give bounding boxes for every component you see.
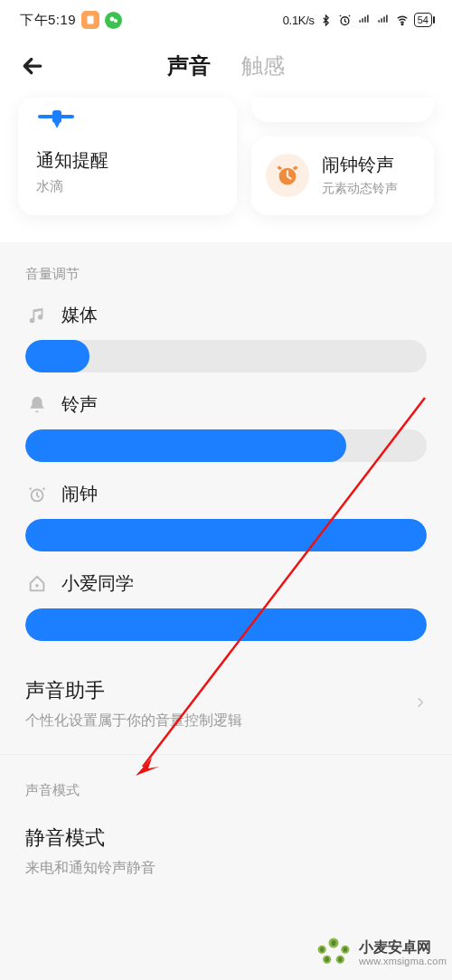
svg-point-14: [320, 947, 324, 953]
slider-label: 媒体: [61, 303, 98, 327]
slider-fill: [25, 608, 427, 641]
slider-media: 媒体: [0, 299, 452, 389]
signal-icon-2: [376, 13, 391, 27]
status-left: 下午5:19: [20, 11, 122, 29]
status-bar: 下午5:19 0.1K/s 54: [0, 0, 452, 34]
card-peek[interactable]: [251, 98, 434, 122]
card-notification-sound[interactable]: 通知提醒 水滴: [18, 98, 237, 215]
battery-indicator: 54: [414, 13, 432, 27]
slider-track[interactable]: [25, 429, 427, 462]
list-subtitle: 个性化设置属于你的音量控制逻辑: [25, 711, 414, 730]
bluetooth-icon: [319, 13, 334, 27]
alarm-icon: [338, 13, 353, 27]
slider-track[interactable]: [25, 340, 427, 372]
watermark: 小麦安卓网 www.xmsigma.com: [314, 933, 447, 973]
svg-point-15: [331, 940, 335, 946]
slider-track[interactable]: [25, 608, 427, 641]
slider-fill: [25, 519, 427, 551]
divider: [0, 754, 452, 755]
alarm-clock-icon: [266, 154, 309, 197]
slider-fill: [25, 340, 89, 372]
list-title: 声音助手: [25, 677, 414, 704]
alarm-icon: [25, 483, 49, 506]
list-title: 静音模式: [25, 825, 427, 852]
watermark-text-en: www.xmsigma.com: [359, 956, 447, 966]
xiaoai-icon: [25, 572, 49, 596]
status-right: 0.1K/s 54: [283, 13, 432, 27]
list-subtitle: 来电和通知铃声静音: [25, 859, 427, 878]
ringtone-cards: 通知提醒 水滴 闹钟铃声 元素动态铃声: [0, 98, 452, 242]
slider-label: 小爱同学: [61, 571, 134, 596]
signal-icon-1: [357, 13, 372, 27]
list-item-sound-assistant[interactable]: 声音助手 个性化设置属于你的音量控制逻辑: [0, 657, 452, 750]
card-title: 通知提醒: [36, 148, 219, 173]
slider-alarm: 闹钟: [0, 478, 452, 568]
tab-sound[interactable]: 声音: [165, 48, 212, 84]
slider-xiaoai: 小爱同学: [0, 568, 452, 657]
card-alarm-sound[interactable]: 闹钟铃声 元素动态铃声: [251, 137, 434, 215]
section-heading-volume: 音量调节: [0, 242, 452, 299]
wifi-icon: [395, 13, 410, 27]
app-icon-wechat: [105, 12, 122, 29]
status-time: 下午5:19: [20, 12, 76, 29]
card-subtitle: 元素动态铃声: [322, 181, 398, 197]
svg-point-4: [401, 24, 403, 25]
music-note-icon: [25, 304, 49, 327]
slider-label: 铃声: [61, 392, 98, 417]
slider-label: 闹钟: [61, 482, 98, 506]
back-button[interactable]: [7, 41, 58, 91]
slider-fill: [25, 429, 346, 462]
watermark-logo-icon: [314, 933, 353, 973]
network-speed: 0.1K/s: [283, 14, 315, 27]
app-icon-notes: [81, 11, 99, 29]
svg-point-17: [325, 957, 328, 963]
slider-track[interactable]: [25, 519, 427, 551]
tab-haptic[interactable]: 触感: [240, 48, 287, 84]
svg-point-1: [109, 17, 114, 22]
list-item-silent-mode[interactable]: 静音模式 来电和通知铃声静音: [0, 815, 452, 878]
header-tabs: 声音 触感: [58, 48, 394, 84]
slider-ring: 铃声: [0, 389, 452, 478]
card-title: 闹钟铃声: [322, 153, 398, 177]
slider-icon: [36, 113, 76, 129]
svg-point-2: [114, 19, 118, 23]
chevron-right-icon: [414, 693, 427, 716]
section-heading-sound-mode: 声音模式: [0, 759, 452, 815]
bell-icon: [25, 393, 49, 417]
svg-point-16: [344, 947, 347, 953]
card-subtitle: 水滴: [36, 178, 219, 195]
page-header: 声音 触感: [0, 34, 452, 98]
svg-point-7: [35, 584, 39, 588]
watermark-text-cn: 小麦安卓网: [359, 939, 431, 956]
svg-point-18: [338, 957, 342, 963]
svg-rect-0: [88, 16, 94, 24]
